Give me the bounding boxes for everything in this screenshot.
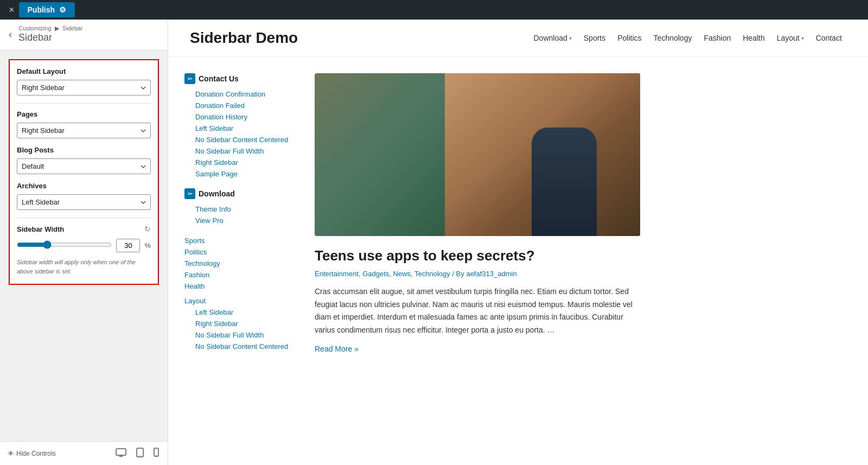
- article-body: Cras accumsan elit augue, sit amet vesti…: [315, 285, 640, 337]
- nav-item-download[interactable]: Download ▾: [529, 31, 576, 44]
- menu-link-health[interactable]: Health: [184, 281, 293, 292]
- menu-section-contact-header: ✏ Contact Us: [184, 73, 293, 84]
- blog-posts-select[interactable]: Default Right Sidebar Left Sidebar No Si…: [17, 158, 151, 174]
- default-layout-label: Default Layout: [17, 67, 151, 75]
- layout-dropdown-arrow: ▾: [801, 35, 804, 41]
- blog-posts-field: Blog Posts Default Right Sidebar Left Si…: [17, 146, 151, 174]
- footer-icons: [114, 447, 160, 461]
- menu-section-download-title: Download: [199, 189, 235, 198]
- site-menu: ✏ Contact Us Donation Confirmation Donat…: [184, 73, 293, 449]
- site-article: Teens use apps to keep secrets? Entertai…: [315, 73, 640, 449]
- panel-content: Default Layout Right Sidebar Left Sideba…: [0, 50, 168, 441]
- phone-in-image: [542, 155, 575, 209]
- svg-point-4: [156, 455, 156, 455]
- site-title: Siderbar Demo: [190, 29, 298, 47]
- menu-link-technology[interactable]: Technology: [184, 258, 293, 269]
- panel-footer: 👁 Hide Controls: [0, 441, 168, 465]
- menu-link-donation-failed[interactable]: Donation Failed: [184, 100, 293, 111]
- menu-link-no-sidebar-full-contact[interactable]: No Sidebar Full Width: [184, 145, 293, 157]
- menu-link-left-sidebar-contact[interactable]: Left Sidebar: [184, 123, 293, 134]
- preview-area: Siderbar Demo Download ▾ Sports Politics…: [168, 20, 868, 465]
- download-dropdown-arrow: ▾: [569, 35, 572, 41]
- sidebar-width-label: Sidebar Width: [17, 225, 64, 233]
- menu-link-sample-page[interactable]: Sample Page: [184, 168, 293, 180]
- gear-icon: ⚙: [59, 5, 66, 14]
- menu-link-donation-history[interactable]: Donation History: [184, 111, 293, 123]
- sidebar-width-unit: %: [144, 241, 151, 250]
- nav-item-fashion[interactable]: Fashion: [699, 31, 735, 44]
- site-content: ✏ Contact Us Donation Confirmation Donat…: [168, 57, 868, 465]
- sidebar-width-input[interactable]: [116, 239, 140, 252]
- customizer-panel: ‹ Customizing ▶ Sidebar Sidebar Default …: [0, 20, 168, 465]
- menu-section-download: ✏ Download Theme Info View Pro: [184, 188, 293, 226]
- archives-select[interactable]: Left Sidebar Right Sidebar No Sidebar Co…: [17, 194, 151, 210]
- sidebar-width-note: Sidebar width will apply only when one o…: [17, 258, 151, 276]
- download-pencil-icon: ✏: [184, 188, 195, 199]
- sidebar-width-field: Sidebar Width ↻ % Sidebar width will app…: [17, 225, 151, 276]
- menu-link-no-sidebar-centered-contact[interactable]: No Sidebar Content Centered: [184, 134, 293, 145]
- slider-wrap: [17, 240, 112, 251]
- menu-link-donation-confirmation[interactable]: Donation Confirmation: [184, 88, 293, 100]
- menu-link-right-sidebar-contact[interactable]: Right Sidebar: [184, 157, 293, 168]
- archives-field: Archives Left Sidebar Right Sidebar No S…: [17, 182, 151, 210]
- menu-section-layout: Layout Left Sidebar Right Sidebar No Sid…: [184, 295, 293, 352]
- top-bar: × Publish ⚙: [0, 0, 868, 20]
- desktop-preview-button[interactable]: [114, 447, 127, 460]
- mobile-preview-button[interactable]: [152, 447, 160, 460]
- site-nav: Download ▾ Sports Politics Technology Fa…: [529, 31, 847, 44]
- blog-posts-label: Blog Posts: [17, 146, 151, 154]
- publish-button[interactable]: Publish ⚙: [19, 2, 75, 17]
- hide-controls-button[interactable]: 👁 Hide Controls: [8, 450, 56, 457]
- article-title: Teens use apps to keep secrets?: [315, 247, 640, 265]
- menu-link-layout[interactable]: Layout: [184, 295, 293, 307]
- nav-item-health[interactable]: Health: [738, 31, 769, 44]
- hide-controls-label: Hide Controls: [16, 450, 56, 457]
- menu-link-right-sidebar-layout[interactable]: Right Sidebar: [184, 318, 293, 329]
- pages-field: Pages Right Sidebar Left Sidebar No Side…: [17, 110, 151, 138]
- eye-icon: 👁: [8, 450, 14, 457]
- sidebar-width-refresh-icon[interactable]: ↻: [144, 225, 151, 233]
- menu-link-politics[interactable]: Politics: [184, 246, 293, 258]
- svg-rect-0: [116, 449, 126, 455]
- menu-link-view-pro[interactable]: View Pro: [184, 215, 293, 226]
- nav-item-politics[interactable]: Politics: [613, 31, 646, 44]
- menu-link-no-sidebar-centered-layout[interactable]: No Sidebar Content Centered: [184, 341, 293, 352]
- contact-pencil-icon: ✏: [184, 73, 195, 84]
- close-button[interactable]: ×: [4, 0, 19, 20]
- menu-link-no-sidebar-full-layout[interactable]: No Sidebar Full Width: [184, 329, 293, 341]
- nav-item-layout[interactable]: Layout ▾: [773, 31, 808, 44]
- menu-link-sports[interactable]: Sports: [184, 235, 293, 246]
- article-meta: Entertainment, Gadgets, News, Technology…: [315, 270, 640, 278]
- panel-header-content: Customizing ▶ Sidebar Sidebar: [18, 25, 83, 43]
- menu-link-left-sidebar-layout[interactable]: Left Sidebar: [184, 307, 293, 318]
- panel-title: Sidebar: [18, 32, 83, 43]
- pages-select[interactable]: Right Sidebar Left Sidebar No Sidebar Co…: [17, 123, 151, 138]
- panel-breadcrumb: Customizing ▶ Sidebar: [18, 25, 83, 32]
- publish-label: Publish: [28, 5, 55, 14]
- menu-section-download-header: ✏ Download: [184, 188, 293, 199]
- nav-item-sports[interactable]: Sports: [579, 31, 610, 44]
- menu-link-theme-info[interactable]: Theme Info: [184, 203, 293, 215]
- sidebar-settings-section: Default Layout Right Sidebar Left Sideba…: [9, 59, 159, 285]
- slider-row: %: [17, 239, 151, 252]
- tablet-preview-button[interactable]: [135, 447, 145, 461]
- article-image: [315, 73, 640, 236]
- pages-label: Pages: [17, 110, 151, 118]
- menu-link-fashion[interactable]: Fashion: [184, 269, 293, 281]
- main-area: ‹ Customizing ▶ Sidebar Sidebar Default …: [0, 20, 868, 465]
- menu-section-contact: ✏ Contact Us Donation Confirmation Donat…: [184, 73, 293, 180]
- panel-header: ‹ Customizing ▶ Sidebar Sidebar: [0, 20, 168, 50]
- archives-label: Archives: [17, 182, 151, 190]
- default-layout-select[interactable]: Right Sidebar Left Sidebar No Sidebar Co…: [17, 80, 151, 95]
- read-more-link[interactable]: Read More »: [315, 345, 359, 353]
- sidebar-width-slider[interactable]: [17, 240, 112, 249]
- nav-item-contact[interactable]: Contact: [812, 31, 846, 44]
- site-header: Siderbar Demo Download ▾ Sports Politics…: [168, 20, 868, 57]
- back-button[interactable]: ‹: [7, 28, 14, 41]
- nav-item-technology[interactable]: Technology: [649, 31, 697, 44]
- svg-point-2: [139, 455, 141, 456]
- default-layout-field: Default Layout Right Sidebar Left Sideba…: [17, 67, 151, 95]
- menu-section-contact-title: Contact Us: [199, 74, 239, 83]
